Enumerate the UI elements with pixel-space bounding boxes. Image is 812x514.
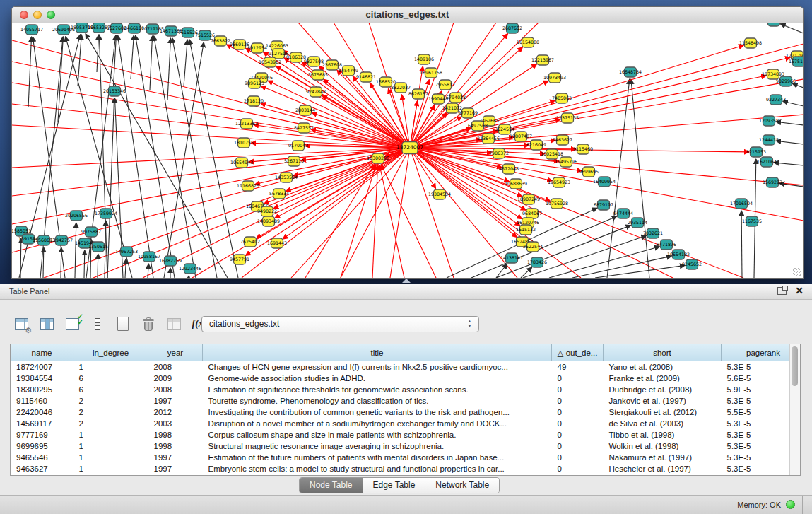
- memory-ok-icon[interactable]: [786, 500, 795, 509]
- table-cell-title[interactable]: Corpus callosum shape and size in male p…: [203, 429, 552, 440]
- graph-edge[interactable]: [254, 124, 410, 148]
- graph-edge[interactable]: [372, 165, 378, 278]
- table-cell-short[interactable]: Franke et al. (2009): [604, 373, 722, 384]
- graph-edge[interactable]: [12, 83, 410, 148]
- graph-edge[interactable]: [776, 141, 803, 144]
- panel-divider-handle[interactable]: [402, 279, 411, 283]
- graph-edge[interactable]: [783, 101, 803, 106]
- graph-edge[interactable]: [521, 267, 532, 278]
- graph-edge[interactable]: [12, 148, 410, 252]
- network-window-titlebar[interactable]: citations_edges.txt: [12, 7, 803, 23]
- table-cell-short[interactable]: Stergiakouli et al. (2012): [604, 407, 722, 418]
- table-cell-name[interactable]: 9465546: [11, 452, 73, 463]
- graph-edge[interactable]: [98, 254, 98, 278]
- column-header-short[interactable]: short: [604, 344, 722, 361]
- resize-grip[interactable]: [793, 268, 801, 276]
- table-cell-title[interactable]: Investigating the contribution of common…: [203, 407, 552, 418]
- selection-mode-button[interactable]: [89, 315, 106, 332]
- table-cell-name[interactable]: 19384554: [11, 373, 73, 384]
- column-header-name[interactable]: name: [11, 344, 73, 361]
- table-cell-year[interactable]: 1998: [148, 440, 203, 452]
- column-header-out_degree[interactable]: △ out_de...: [552, 344, 604, 361]
- graph-edge[interactable]: [523, 235, 647, 278]
- table-cell-title[interactable]: Tourette syndrome. Phenomenology and cla…: [203, 395, 552, 407]
- graph-node[interactable]: [768, 23, 780, 26]
- table-cell-name[interactable]: 9777169: [11, 429, 73, 440]
- graph-edge[interactable]: [107, 98, 114, 278]
- table-cell-year[interactable]: 2012: [148, 407, 203, 418]
- table-row[interactable]: 2242004622012Investigating the contribut…: [11, 407, 801, 418]
- table-cell-short[interactable]: Tibbo et al. (1998): [604, 429, 722, 440]
- citation-network-graph[interactable]: 1405571720691406189537181065328715276028…: [12, 23, 803, 278]
- table-scrollbar-thumb[interactable]: [792, 346, 798, 386]
- graph-edge[interactable]: [792, 83, 803, 88]
- node-attribute-table[interactable]: namein_degreeyeartitle△ out_de...shortpa…: [11, 344, 801, 474]
- table-cell-out_degree[interactable]: 0: [552, 418, 604, 429]
- table-cell-year[interactable]: 1998: [148, 429, 203, 440]
- table-cell-out_degree[interactable]: 0: [552, 384, 604, 395]
- table-row[interactable]: 1456911722003Disruption of a novel membe…: [11, 418, 801, 429]
- table-cell-title[interactable]: Estimation of the future numbers of pati…: [203, 452, 552, 463]
- table-cell-year[interactable]: 2008: [148, 384, 203, 395]
- column-checklist-button[interactable]: ✓✓: [64, 315, 81, 332]
- table-cell-in_degree[interactable]: 1: [73, 361, 148, 373]
- table-cell-short[interactable]: Nakamura et al. (1997): [604, 452, 722, 463]
- table-cell-out_degree[interactable]: 49: [552, 361, 604, 373]
- graph-edge[interactable]: [61, 247, 61, 278]
- graph-edge[interactable]: [471, 216, 617, 278]
- graph-edge[interactable]: [410, 148, 527, 243]
- table-cell-short[interactable]: Wolkin et al. (1998): [604, 440, 722, 452]
- table-options-button[interactable]: ⚙: [13, 315, 30, 332]
- table-cell-name[interactable]: 14569117: [11, 418, 73, 429]
- tab-node-table[interactable]: Node Table: [300, 478, 363, 493]
- table-row[interactable]: 977716911998Corpus callosum shape and si…: [11, 429, 801, 440]
- table-cell-title[interactable]: Structural magnetic resonance image aver…: [203, 440, 552, 452]
- graph-edge[interactable]: [148, 264, 148, 278]
- graph-edge[interactable]: [125, 259, 126, 278]
- graph-edge[interactable]: [410, 148, 743, 278]
- delete-column-button[interactable]: [140, 315, 157, 332]
- graph-edge[interactable]: [75, 223, 76, 278]
- graph-edge[interactable]: [631, 79, 649, 278]
- tab-network-table[interactable]: Network Table: [425, 478, 499, 493]
- graph-edge[interactable]: [12, 104, 410, 148]
- table-cell-year[interactable]: 2009: [148, 373, 203, 384]
- table-cell-out_degree[interactable]: 0: [552, 429, 604, 440]
- table-cell-in_degree[interactable]: 2: [73, 418, 148, 429]
- graph-edge[interactable]: [28, 37, 32, 107]
- table-cell-in_degree[interactable]: 6: [73, 384, 148, 395]
- table-row[interactable]: 1830029562008Estimation of significance …: [11, 384, 801, 395]
- tab-edge-table[interactable]: Edge Table: [363, 478, 426, 493]
- table-cell-name[interactable]: 9699695: [11, 440, 73, 452]
- table-cell-in_degree[interactable]: 1: [73, 452, 148, 463]
- table-cell-out_degree[interactable]: 0: [552, 452, 604, 463]
- table-cell-title[interactable]: Genome-wide association studies in ADHD.: [203, 373, 552, 384]
- table-cell-in_degree[interactable]: 6: [73, 373, 148, 384]
- table-cell-in_degree[interactable]: 1: [73, 463, 148, 474]
- graph-edge[interactable]: [410, 148, 454, 278]
- table-cell-title[interactable]: Changes of HCN gene expression and I(f) …: [203, 361, 552, 373]
- table-cell-in_degree[interactable]: 2: [73, 407, 148, 418]
- table-cell-in_degree[interactable]: 2: [73, 395, 148, 407]
- table-row[interactable]: 946554611997Estimation of the future num…: [11, 452, 801, 463]
- column-header-in_degree[interactable]: in_degree: [73, 344, 148, 361]
- table-cell-short[interactable]: Jankovic et al. (1997): [604, 395, 722, 407]
- table-cell-title[interactable]: Disruption of a novel member of a sodium…: [203, 418, 552, 429]
- table-cell-year[interactable]: 2003: [148, 418, 203, 429]
- graph-edge[interactable]: [12, 148, 410, 168]
- table-cell-year[interactable]: 1997: [148, 395, 203, 407]
- graph-edge[interactable]: [381, 165, 436, 278]
- table-row[interactable]: 969969511998Structural magnetic resonanc…: [11, 440, 801, 452]
- table-selector-dropdown[interactable]: citations_edges.txt ▲▼: [201, 316, 479, 332]
- table-row[interactable]: 911546021997Tourette syndrome. Phenomeno…: [11, 395, 801, 407]
- graph-edge[interactable]: [261, 103, 410, 148]
- table-cell-year[interactable]: 2008: [148, 361, 203, 373]
- table-row[interactable]: 946362711997Embryonic stem cells: a mode…: [11, 463, 801, 474]
- table-cell-out_degree[interactable]: 0: [552, 407, 604, 418]
- graph-edge[interactable]: [150, 36, 153, 90]
- table-row[interactable]: 1938455462009Genome-wide association stu…: [11, 373, 801, 384]
- show-columns-button[interactable]: [38, 315, 55, 332]
- table-cell-name[interactable]: 22420046: [11, 407, 73, 418]
- graph-edge[interactable]: [20, 238, 21, 278]
- graph-edge[interactable]: [86, 34, 228, 278]
